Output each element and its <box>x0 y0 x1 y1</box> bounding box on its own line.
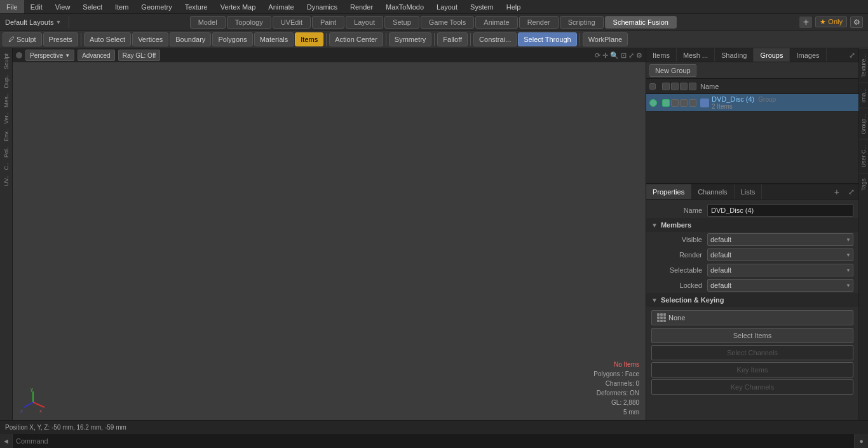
group-toggle-4[interactable] <box>689 99 696 107</box>
menu-render[interactable]: Render <box>344 0 379 13</box>
sculpt-button[interactable]: 🖊 Sculpt <box>3 32 42 46</box>
sidebar-sculpt[interactable]: Sculpt <box>2 51 11 71</box>
edge-tab-texture[interactable]: Texture... <box>859 48 868 83</box>
boundary-button[interactable]: Boundary <box>170 32 211 46</box>
menu-dynamics[interactable]: Dynamics <box>301 0 344 13</box>
add-layout-button[interactable]: + <box>799 17 812 28</box>
panel-expand-button[interactable]: ⤢ <box>846 51 858 60</box>
vertices-button[interactable]: Vertices <box>132 32 168 46</box>
members-section-header[interactable]: ▼ Members <box>646 218 858 232</box>
menu-view[interactable]: View <box>49 0 77 13</box>
menu-texture[interactable]: Texture <box>179 0 214 13</box>
selectable-select[interactable]: default on off <box>707 264 853 276</box>
visible-select[interactable]: default on off <box>707 233 853 246</box>
materials-button[interactable]: Materials <box>254 32 294 46</box>
group-toggle-3[interactable] <box>680 99 688 107</box>
tab-render[interactable]: Render <box>519 16 559 29</box>
group-toggle-2[interactable] <box>671 99 679 107</box>
edge-tab-ima[interactable]: Ima... <box>859 83 868 108</box>
sidebar-c[interactable]: C.. <box>2 161 11 172</box>
menu-select[interactable]: Select <box>76 0 109 13</box>
sidebar-pol[interactable]: Pol.. <box>2 144 11 160</box>
sidebar-mes[interactable]: Mes.. <box>2 92 11 109</box>
sidebar-ver[interactable]: Ver.. <box>2 111 11 126</box>
presets-button[interactable]: Presets <box>43 32 78 46</box>
group-row-dvd-disc[interactable]: DVD_Disc (4) Group 2 Items <box>646 94 858 112</box>
viewport-icon-pan[interactable]: ✛ <box>602 51 608 60</box>
new-group-button[interactable]: New Group <box>649 64 696 77</box>
select-items-button[interactable]: Select Items <box>651 328 853 343</box>
viewport-advanced-button[interactable]: Advanced <box>78 50 114 61</box>
prop-select-locked[interactable]: default on off <box>707 279 853 292</box>
group-visible-toggle[interactable] <box>649 99 657 107</box>
none-button[interactable]: None <box>651 310 853 325</box>
tab-layout[interactable]: Layout <box>346 16 383 29</box>
menu-edit[interactable]: Edit <box>24 0 49 13</box>
select-channels-button[interactable]: Select Channels <box>651 345 853 360</box>
props-tab-channels[interactable]: Channels <box>691 184 734 199</box>
tab-model[interactable]: Model <box>190 16 226 29</box>
polygons-button[interactable]: Polygons <box>212 32 252 46</box>
header-toggle-extra[interactable] <box>689 83 696 90</box>
menu-maxtomodo[interactable]: MaxToModo <box>379 0 430 13</box>
symmetry-button[interactable]: Symmetry <box>389 32 432 46</box>
tab-animate[interactable]: Animate <box>475 16 517 29</box>
props-tab-lists[interactable]: Lists <box>735 184 763 199</box>
locked-select[interactable]: default on off <box>707 279 853 292</box>
action-center-button[interactable]: Action Center <box>329 32 383 46</box>
menu-help[interactable]: Help <box>500 0 527 13</box>
prop-select-render[interactable]: default on off <box>707 248 853 261</box>
viewport-icon-maximize[interactable]: ⤢ <box>628 51 634 60</box>
prop-select-visible[interactable]: default on off <box>707 233 853 246</box>
menu-system[interactable]: System <box>464 0 500 13</box>
menu-animate[interactable]: Animate <box>262 0 300 13</box>
viewport-toggle[interactable] <box>16 52 22 58</box>
viewport-icon-settings[interactable]: ⚙ <box>636 51 642 60</box>
prop-select-selectable[interactable]: default on off <box>707 264 853 276</box>
command-input[interactable] <box>13 434 854 448</box>
menu-vertex-map[interactable]: Vertex Map <box>214 0 262 13</box>
layouts-dropdown[interactable]: Default Layouts ▼ <box>0 18 66 26</box>
settings-button[interactable]: ⚙ <box>850 17 863 28</box>
viewport-icon-fit[interactable]: ⊡ <box>621 51 627 60</box>
panel-tab-groups[interactable]: Groups <box>754 48 790 62</box>
sel-keying-header[interactable]: ▼ Selection & Keying <box>646 293 858 307</box>
header-toggle-lock[interactable] <box>680 83 688 90</box>
command-arrow[interactable]: ◄ <box>0 434 13 448</box>
menu-layout[interactable]: Layout <box>430 0 464 13</box>
sidebar-dup[interactable]: Dup.. <box>2 72 11 90</box>
menu-item[interactable]: Item <box>109 0 135 13</box>
select-through-button[interactable]: Select Through <box>518 32 576 46</box>
tab-topology[interactable]: Topology <box>227 16 271 29</box>
expand-property-button[interactable]: ⤢ <box>844 187 858 196</box>
work-plane-button[interactable]: WorkPlane <box>583 32 628 46</box>
command-run-button[interactable]: ● <box>854 434 868 448</box>
sidebar-env[interactable]: Env.. <box>2 127 11 144</box>
edge-tab-tags[interactable]: Tags <box>859 173 868 196</box>
tab-uvedit[interactable]: UVEdit <box>273 16 311 29</box>
panel-tab-shading[interactable]: Shading <box>715 48 754 62</box>
props-tab-properties[interactable]: Properties <box>646 184 691 199</box>
viewport-icon-zoom[interactable]: 🔍 <box>610 51 619 60</box>
viewport-mode-button[interactable]: Perspective ▼ <box>25 50 74 61</box>
menu-file[interactable]: File <box>0 0 24 13</box>
edge-tab-user-c[interactable]: User C... <box>859 139 868 173</box>
viewport-icon-rotate[interactable]: ⟳ <box>595 51 600 60</box>
falloff-button[interactable]: Falloff <box>437 32 468 46</box>
header-toggle-render[interactable] <box>671 83 679 90</box>
key-items-button[interactable]: Key Items <box>651 362 853 377</box>
panel-tab-mesh[interactable]: Mesh ... <box>677 48 715 62</box>
viewport[interactable]: Perspective ▼ Advanced Ray GL: Off ⟳ ✛ 🔍… <box>13 48 646 420</box>
panel-tab-items[interactable]: Items <box>646 48 677 62</box>
render-select[interactable]: default on off <box>707 248 853 261</box>
tab-setup[interactable]: Setup <box>384 16 419 29</box>
edge-tab-group[interactable]: Group... <box>859 108 868 140</box>
items-button[interactable]: Items <box>295 32 323 46</box>
tab-schematic-fusion[interactable]: Schematic Fusion <box>605 16 677 29</box>
constraints-button[interactable]: Constrai... <box>473 32 517 46</box>
add-property-button[interactable]: + <box>829 187 844 197</box>
only-button[interactable]: ★ Only <box>815 17 847 27</box>
panel-tab-images[interactable]: Images <box>790 48 826 62</box>
tab-paint[interactable]: Paint <box>312 16 344 29</box>
group-toggle-1[interactable] <box>662 99 670 107</box>
